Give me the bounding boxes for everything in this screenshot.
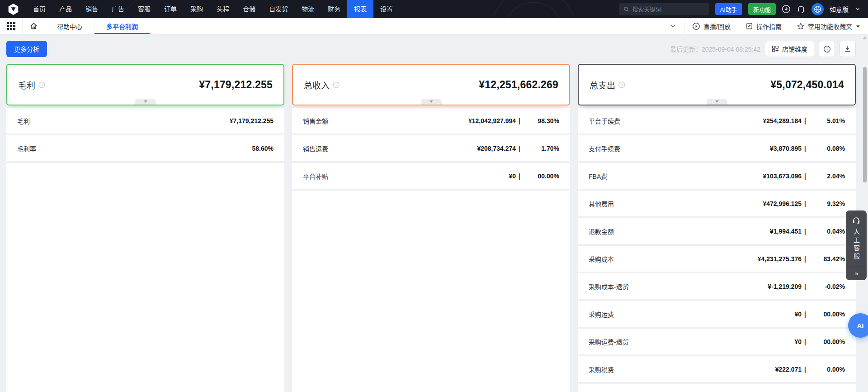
stat-row: 毛利率58.60% [6,135,284,161]
stat-row: 销售金额¥12,042,927.994|98.30% [292,108,570,134]
card-body: 销售金额¥12,042,927.994|98.30%销售运费¥208,734.2… [292,108,570,392]
search-input[interactable] [632,6,705,13]
last-update-label: 最后更新： [670,46,702,53]
nav-item-3[interactable]: 销售 [79,0,105,18]
info-button[interactable] [819,41,835,57]
stat-amount: ¥7,179,212.255 [230,117,274,124]
chevron-down-icon [670,23,676,29]
stat-amount: ¥472,996.125 [763,200,802,207]
nav-item-6[interactable]: 订单 [157,0,184,18]
nav-item-9[interactable]: 仓储 [236,0,262,18]
stat-label: 平台手续费 [589,116,620,125]
stat-row: 平台手续费¥254,289.184|5.01% [578,108,856,134]
stat-amount: ¥3,870.895 [770,145,802,152]
info-circle-icon [823,45,831,53]
stat-row: 毛利¥7,179,212.255 [6,108,284,134]
tab-help-center[interactable]: 帮助中心 [45,18,94,34]
stat-value: ¥0|00.00% [509,172,560,180]
stat-percent: 9.32% [806,200,845,207]
nav-item-1[interactable]: 首页 [26,0,52,18]
stat-label: 采购成本 [589,254,614,263]
summary-card-2: 总收入?¥12,251,662.269销售金额¥12,042,927.994|9… [292,64,570,392]
stat-label: 退款金额 [589,227,614,236]
operation-guide-button[interactable]: 操作指南 [738,18,789,34]
tabs-dropdown-button[interactable] [661,18,684,34]
home-button[interactable] [23,18,45,34]
tab-multi-platform-profit[interactable]: 多平台利润 [94,18,150,34]
scrollbar-up-arrow[interactable] [863,36,867,39]
collapse-tab-button[interactable] [421,99,442,105]
export-download-button[interactable] [840,41,856,57]
favorites-button[interactable]: 常用功能收藏夹 [789,18,868,34]
nav-item-5[interactable]: 客服 [131,0,157,18]
store-dimension-label: 店铺维度 [782,44,807,53]
store-dimension-icon [772,45,779,53]
stat-amount: ¥0 [795,311,802,318]
nav-item-8[interactable]: 头程 [210,0,236,18]
nav-item-14[interactable]: 设置 [373,0,400,18]
stat-percent: 1.70% [520,145,559,152]
stat-amount: ¥103,673.096 [763,172,802,180]
more-analysis-button[interactable]: 更多分析 [6,41,47,57]
stat-row: FBA费¥103,673.096|2.04% [578,163,856,189]
nav-item-7[interactable]: 采购 [184,0,210,18]
customer-service-widget[interactable]: 人工客服 » [846,210,867,280]
stat-label: 平台补贴 [303,172,328,181]
apps-grid-icon [7,22,15,30]
user-avatar[interactable] [811,3,824,15]
caret-down-icon [429,100,433,103]
card-header: 毛利?¥7,179,212.255 [6,64,284,105]
nav-item-2[interactable]: 产品 [52,0,79,18]
stat-row: 采购税费¥222.071|0.00% [578,356,856,382]
download-circle-icon[interactable] [782,5,791,14]
headset-icon[interactable] [797,5,806,14]
svg-text:?: ? [41,82,43,87]
new-features-button[interactable]: 新功能 [748,3,776,15]
collapse-panel-button[interactable]: » [846,266,867,280]
stat-percent: 83.42% [806,255,845,263]
home-icon [29,22,38,30]
caret-down-icon [715,100,719,103]
store-dimension-button[interactable]: 店铺维度 [765,41,814,57]
toolbar: 更多分析 最后更新：2025-09-04 08:25:42 店铺维度 [6,41,856,57]
stat-percent: -0.02% [806,283,845,290]
card-total-value: ¥12,251,662.269 [479,79,558,91]
nav-item-13[interactable]: 报表 [347,0,373,18]
stat-value: ¥0|00.00% [795,311,845,318]
card-body-filler [6,163,284,392]
ai-assistant-button[interactable]: AI助手 [715,3,742,15]
stat-label: 销售运费 [303,144,328,153]
global-search[interactable] [619,3,709,15]
customer-service-label: 人工客服 [852,229,861,261]
operation-guide-label: 操作指南 [756,22,782,31]
app-logo[interactable] [0,3,26,15]
stat-row: 退款金额¥1,994.451|0.04% [578,218,856,244]
apps-grid-button[interactable] [0,18,23,34]
stat-label: 毛利 [17,116,30,125]
last-update-text: 最后更新：2025-09-04 08:25:42 [670,44,760,53]
nav-item-10[interactable]: 自发货 [262,0,295,18]
stat-percent: 0.00% [806,366,845,373]
nav-item-4[interactable]: 广告 [105,0,131,18]
collapse-tab-button[interactable] [707,99,727,105]
stat-label: FBA费 [589,172,607,181]
stat-percent: 5.01% [806,117,845,124]
toolbar-right: 最后更新：2025-09-04 08:25:42 店铺维度 [670,41,856,57]
version-chevron-down-icon[interactable] [854,6,861,12]
live-replay-button[interactable]: 直播/回放 [684,18,738,34]
stat-label: 支付手续费 [589,144,620,153]
stat-label: 销售金额 [303,116,328,125]
scrollbar-thumb[interactable] [863,67,867,182]
collapse-tab-button[interactable] [135,99,156,105]
live-replay-label: 直播/回放 [703,22,731,31]
main-nav: 首页产品销售广告客服订单采购头程仓储自发货物流财务报表设置 [26,0,400,18]
card-title: 毛利? [18,79,45,91]
stat-row: 平台补贴¥0|00.00% [292,163,570,189]
top-bar: 首页产品销售广告客服订单采购头程仓储自发货物流财务报表设置 AI助手 新功能 [0,0,868,18]
card-body-filler [292,191,570,392]
stat-row: 采购成本-退货¥-1,219.209|-0.02% [578,273,856,299]
nav-item-11[interactable]: 物流 [295,0,321,18]
nav-item-12[interactable]: 财务 [321,0,347,18]
stat-amount: 58.60% [252,145,274,152]
stat-amount: ¥254,289.184 [763,117,802,124]
